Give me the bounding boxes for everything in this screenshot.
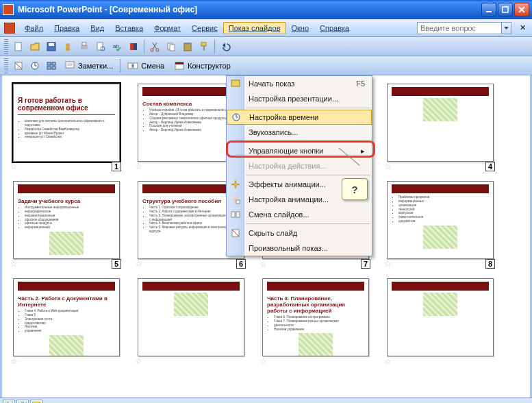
menu-slideshow[interactable]: Показ слайдов bbox=[223, 22, 286, 34]
svg-rect-38 bbox=[128, 63, 132, 69]
menu-tools[interactable]: Сервис bbox=[186, 22, 223, 34]
menu-item-label: Эффекты анимации... bbox=[249, 180, 326, 188]
menu-edit[interactable]: Правка bbox=[49, 22, 85, 34]
print-button[interactable] bbox=[77, 39, 92, 54]
menu-item-4[interactable]: Управляющие кнопки▸ bbox=[227, 143, 372, 158]
slide-thumb-8[interactable]: Проблемы процессовинформационныхорганиза… bbox=[387, 181, 494, 266]
sparkle-icon bbox=[230, 179, 241, 190]
animation-star-icon: ☆ bbox=[259, 259, 267, 269]
menu-item-label: Настройка презентации... bbox=[249, 95, 338, 103]
menu-item-9[interactable]: Скрыть слайд bbox=[227, 225, 372, 241]
svg-rect-5 bbox=[15, 42, 21, 51]
cut-button[interactable] bbox=[147, 39, 162, 54]
mdi-close-button[interactable]: ✕ bbox=[517, 23, 528, 33]
svg-rect-12 bbox=[97, 42, 103, 50]
menu-item-3[interactable]: Звукозапись... bbox=[227, 125, 372, 140]
copy-button[interactable] bbox=[164, 39, 179, 54]
preview-button[interactable] bbox=[93, 39, 108, 54]
slide-thumb-9[interactable]: Часть 2. Работа с документами в Интернет… bbox=[13, 278, 120, 363]
work-area: Я готов работать в современном офисекомп… bbox=[0, 75, 532, 398]
summary-button[interactable] bbox=[44, 58, 59, 73]
animation-star-icon: ☆ bbox=[10, 356, 18, 366]
rehearse-button[interactable] bbox=[27, 58, 42, 73]
slide-thumb-1[interactable]: Я готов работать в современном офисекомп… bbox=[13, 84, 120, 169]
format-painter-button[interactable] bbox=[197, 39, 212, 54]
notes-label: Заметки... bbox=[78, 62, 113, 70]
open-button[interactable] bbox=[27, 39, 42, 54]
standard-toolbar: ab bbox=[0, 37, 532, 56]
transition-label: Смена bbox=[141, 62, 164, 70]
menu-insert[interactable]: Вставка bbox=[110, 22, 149, 34]
svg-rect-22 bbox=[186, 42, 189, 45]
animation-star-icon: ☆ bbox=[135, 356, 142, 366]
normal-view-button[interactable] bbox=[3, 400, 15, 404]
help-search-dropdown[interactable] bbox=[502, 22, 511, 34]
menu-help[interactable]: Справка bbox=[314, 22, 355, 34]
blank-icon bbox=[230, 160, 241, 171]
anim-icon bbox=[230, 194, 241, 205]
slideshow-view-button[interactable] bbox=[30, 400, 42, 404]
menu-item-0[interactable]: Начать показF5 bbox=[227, 76, 372, 91]
paste-button[interactable] bbox=[180, 39, 195, 54]
menu-item-label: Настройка действия... bbox=[249, 162, 327, 170]
window-title: Microsoft PowerPoint - [Современный офис… bbox=[18, 5, 481, 14]
transition-button[interactable]: Смена bbox=[123, 58, 168, 73]
svg-rect-34 bbox=[52, 66, 55, 69]
toolbar-grip-2[interactable] bbox=[4, 58, 8, 73]
menu-view[interactable]: Вид bbox=[85, 22, 110, 34]
minimize-button[interactable] bbox=[481, 3, 496, 16]
sorter-view-button[interactable] bbox=[16, 400, 29, 404]
undo-button[interactable] bbox=[218, 39, 233, 54]
toolbar-grip[interactable] bbox=[4, 39, 8, 54]
title-bar: Microsoft PowerPoint - [Современный офис… bbox=[0, 0, 532, 19]
blank-icon bbox=[230, 93, 241, 104]
spellcheck-button[interactable]: ab bbox=[110, 39, 125, 54]
help-tooltip: ? bbox=[342, 178, 368, 200]
close-button[interactable] bbox=[514, 3, 529, 16]
notes-button[interactable]: Заметки... bbox=[60, 58, 117, 73]
animation-star-icon: ☆ bbox=[259, 356, 267, 366]
menu-item-label: Начать показ bbox=[249, 80, 294, 88]
slide-thumb-10[interactable]: ☆ bbox=[138, 278, 244, 363]
svg-rect-16 bbox=[134, 43, 137, 50]
svg-point-18 bbox=[156, 49, 159, 51]
svg-rect-42 bbox=[175, 62, 183, 64]
menu-file[interactable]: Файл bbox=[19, 22, 49, 34]
slide-number: 5 bbox=[112, 259, 121, 269]
menu-item-label: Смена слайдов... bbox=[249, 210, 309, 219]
menu-item-label: Настройка времени bbox=[249, 113, 318, 121]
save-button[interactable] bbox=[44, 39, 59, 54]
animation-star-icon: ☆ bbox=[10, 259, 18, 269]
svg-rect-50 bbox=[231, 212, 235, 217]
menu-item-2[interactable]: Настройка времени bbox=[227, 110, 372, 125]
menu-window[interactable]: Окно bbox=[286, 22, 315, 34]
hide-slide-button[interactable] bbox=[11, 58, 26, 73]
svg-rect-32 bbox=[52, 62, 55, 65]
menu-item-10[interactable]: Произвольный показ... bbox=[227, 241, 372, 256]
submenu-arrow-icon: ▸ bbox=[361, 147, 365, 156]
research-button[interactable] bbox=[126, 39, 141, 54]
slide-thumb-12[interactable]: ☆ bbox=[387, 278, 494, 363]
menu-item-8[interactable]: Смена слайдов... bbox=[227, 207, 372, 222]
menu-item-label: Произвольный показ... bbox=[249, 244, 328, 252]
slide-thumb-11[interactable]: Часть 3. Планирование, разработанных орг… bbox=[262, 278, 369, 363]
svg-marker-47 bbox=[231, 180, 240, 188]
maximize-button[interactable] bbox=[498, 3, 513, 16]
svg-text:ab: ab bbox=[113, 43, 119, 49]
slide-number: 4 bbox=[485, 162, 495, 171]
help-search-input[interactable] bbox=[417, 22, 502, 34]
new-button[interactable] bbox=[11, 39, 26, 54]
clock-icon bbox=[231, 112, 242, 123]
app-icon bbox=[3, 4, 14, 15]
menu-item-1[interactable]: Настройка презентации... bbox=[227, 91, 372, 106]
menu-format[interactable]: Формат bbox=[149, 22, 186, 34]
svg-rect-51 bbox=[236, 212, 240, 217]
animation-star-icon: ☆ bbox=[10, 162, 18, 171]
svg-rect-33 bbox=[47, 66, 51, 69]
svg-rect-9 bbox=[66, 47, 70, 51]
slide-thumb-4[interactable]: ☆4 bbox=[387, 84, 494, 169]
designer-button[interactable]: Конструктор bbox=[170, 58, 235, 73]
permissions-button[interactable] bbox=[60, 39, 75, 54]
svg-rect-39 bbox=[134, 63, 138, 69]
slide-thumb-5[interactable]: Задачи учебного курсаИнструментальные ин… bbox=[13, 181, 120, 266]
